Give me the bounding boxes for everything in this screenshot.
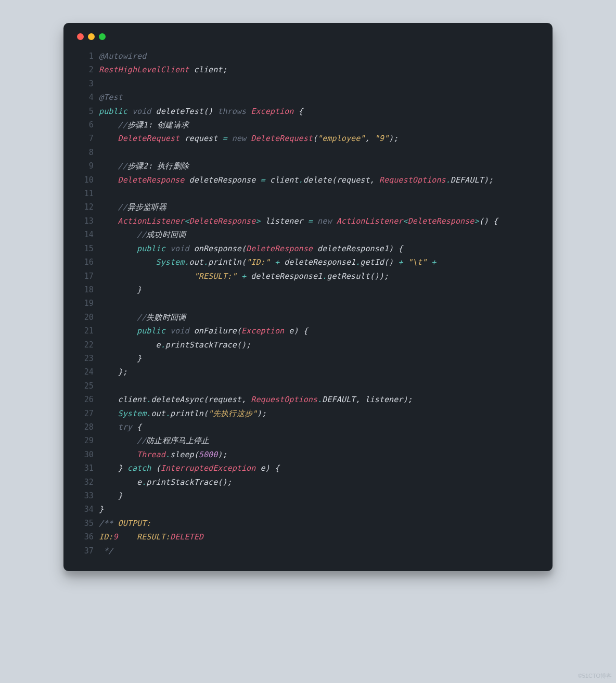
token: void xyxy=(170,244,189,253)
token: printStackTrace xyxy=(146,478,217,487)
token: "\t" xyxy=(408,257,427,267)
token: 步骤1: 创建请求 xyxy=(127,120,189,130)
token: "RESULT:" xyxy=(194,272,237,281)
token: ID: xyxy=(99,532,113,542)
line-number: 23 xyxy=(77,352,94,365)
token: */ xyxy=(104,546,113,556)
line-content: ID:9 RESULT:DELETED xyxy=(94,530,203,544)
code-line: 21 public void onFailure(Exception e) { xyxy=(77,324,539,338)
line-content: }; xyxy=(94,365,127,379)
token: ; xyxy=(222,65,227,74)
token xyxy=(270,257,275,267)
token: } xyxy=(137,285,142,294)
line-content: RestHighLevelClient client; xyxy=(94,63,227,76)
line-number: 18 xyxy=(77,283,94,297)
token: ); xyxy=(389,134,398,143)
token: request xyxy=(337,175,370,185)
line-number: 3 xyxy=(77,77,94,91)
line-content: try { xyxy=(94,420,142,434)
token: // xyxy=(118,202,127,212)
token: request xyxy=(184,134,217,143)
maximize-icon[interactable] xyxy=(99,33,106,40)
line-number: 32 xyxy=(77,475,94,489)
token: @Test xyxy=(99,93,123,102)
token xyxy=(118,532,137,542)
token: System xyxy=(156,257,185,267)
token: public xyxy=(137,244,165,253)
code-line: 13 ActionListener<DeleteResponse> listen… xyxy=(77,214,539,228)
line-content: } xyxy=(94,352,142,365)
code-line: 36ID:9 RESULT:DELETED xyxy=(77,530,539,544)
token xyxy=(99,367,118,377)
token xyxy=(189,326,194,336)
token: , xyxy=(370,175,379,185)
token: getResult xyxy=(327,272,369,281)
code-line: 32 e.printStackTrace(); xyxy=(77,475,539,489)
token xyxy=(99,491,118,500)
code-line: 12 //异步监听器 xyxy=(77,200,539,214)
token: System xyxy=(118,409,147,418)
line-number: 30 xyxy=(77,448,94,461)
token: DEFAULT xyxy=(322,395,355,404)
line-number: 35 xyxy=(77,517,94,530)
token: printStackTrace xyxy=(165,340,237,350)
token: RESULT: xyxy=(137,532,170,542)
line-number: 12 xyxy=(77,200,94,214)
token xyxy=(165,326,170,336)
token: () xyxy=(384,257,393,267)
token xyxy=(184,175,189,185)
code-line: 31 } catch (InterruptedException e) { xyxy=(77,461,539,475)
line-content: ActionListener<DeleteResponse> listener … xyxy=(94,214,498,228)
token: ); xyxy=(403,395,412,404)
code-window: 1@Autowired2RestHighLevelClient client;3… xyxy=(63,23,553,571)
token: = xyxy=(308,216,313,226)
token: OUTPUT: xyxy=(118,519,151,528)
token xyxy=(99,478,137,487)
token: delete xyxy=(303,175,332,185)
code-line: 11 xyxy=(77,187,539,200)
token: Exception xyxy=(251,107,293,116)
token: . xyxy=(299,175,303,185)
line-number: 20 xyxy=(77,311,94,324)
token: "ID:" xyxy=(246,257,270,267)
token: throws xyxy=(217,107,246,116)
line-content: DeleteResponse deleteResponse = client.d… xyxy=(94,173,493,187)
code-line: 30 Thread.sleep(5000); xyxy=(77,448,539,461)
token: = xyxy=(261,175,265,185)
token xyxy=(246,134,251,143)
line-content xyxy=(94,297,99,310)
minimize-icon[interactable] xyxy=(88,33,95,40)
close-icon[interactable] xyxy=(77,33,84,40)
token: } xyxy=(118,463,123,473)
token: Exception xyxy=(241,326,284,336)
token: e xyxy=(261,463,265,473)
line-content: } xyxy=(94,502,104,516)
token: , xyxy=(355,395,365,404)
token: DeleteRequest xyxy=(118,134,180,143)
token: 步骤2: 执行删除 xyxy=(127,161,189,171)
line-content: */ xyxy=(94,544,113,558)
line-number: 25 xyxy=(77,379,94,393)
line-content: } xyxy=(94,489,123,502)
line-content: @Autowired xyxy=(94,49,146,63)
token: InterruptedException xyxy=(161,463,256,473)
token xyxy=(99,161,118,171)
line-content: e.printStackTrace(); xyxy=(94,475,232,489)
token xyxy=(332,216,337,226)
token: void xyxy=(170,326,189,336)
token: 防止程序马上停止 xyxy=(146,436,209,445)
token: public xyxy=(99,107,127,116)
token: println xyxy=(208,257,241,267)
line-number: 14 xyxy=(77,228,94,241)
token: @Autowired xyxy=(99,51,146,61)
line-number: 33 xyxy=(77,489,94,502)
line-content: DeleteRequest request = new DeleteReques… xyxy=(94,132,398,145)
token: 异步监听器 xyxy=(127,202,167,212)
token: println xyxy=(170,409,203,418)
token: ) { xyxy=(389,244,403,253)
token: ) { xyxy=(265,463,279,473)
token xyxy=(179,134,184,143)
line-number: 5 xyxy=(77,105,94,118)
token: 失败时回调 xyxy=(146,313,186,322)
token: . xyxy=(161,340,165,350)
